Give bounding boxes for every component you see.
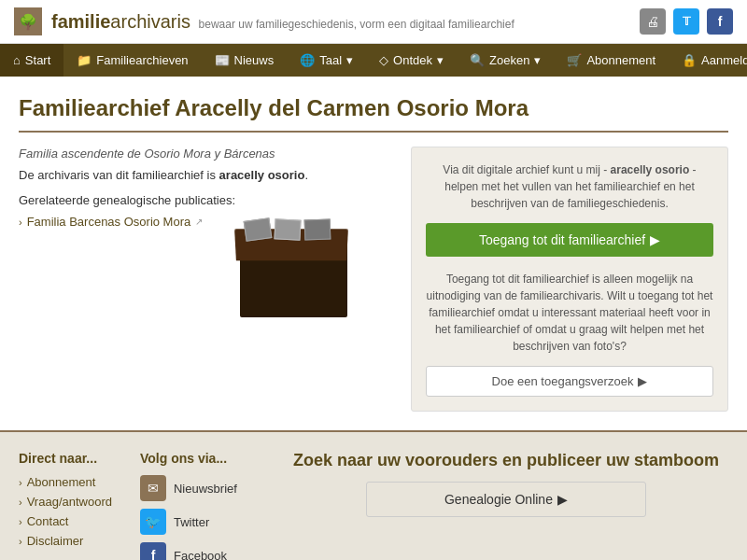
right-panel: Via dit digitale archief kunt u mij - ar… — [411, 147, 728, 412]
footer-link-disclaimer[interactable]: › Disclaimer — [19, 534, 112, 548]
print-icon[interactable]: 🖨 — [640, 8, 666, 35]
photo-3 — [304, 219, 331, 241]
facebook-header-icon[interactable]: f — [707, 8, 733, 35]
dropdown-icon-ontdek: ▾ — [437, 53, 444, 67]
footer-right: Zoek naar uw voorouders en publiceer uw … — [265, 451, 728, 517]
diamond-icon: ◇ — [379, 53, 388, 67]
logo-tagline: bewaar uw familiegeschiedenis, vorm een … — [199, 18, 514, 31]
header-icons: 🖨 𝕋 f — [640, 8, 733, 35]
chevron-right-icon: › — [19, 217, 22, 228]
footer-col-direct: Direct naar... › Abonnement › Vraag/antw… — [19, 451, 112, 553]
logo-text: familiearchivaris bewaar uw familiegesch… — [51, 11, 514, 33]
access-intro: Via dit digitale archief kunt u mij - ar… — [426, 161, 713, 212]
publication-link[interactable]: › Familia Barcenas Osorio Mora ↗ — [19, 215, 203, 229]
footer-link-abonnement[interactable]: › Abonnement — [19, 475, 112, 489]
nav-item-ontdek[interactable]: ◇ Ontdek ▾ — [366, 44, 457, 77]
nav-item-nieuws[interactable]: 📰 Nieuws — [202, 44, 288, 77]
footer: Direct naar... › Abonnement › Vraag/antw… — [0, 432, 747, 560]
volg-ons-title: Volg ons via... — [140, 451, 237, 466]
external-link-icon: ↗ — [195, 217, 203, 227]
twitter-header-icon[interactable]: 𝕋 — [673, 8, 699, 35]
news-icon: 📰 — [215, 53, 230, 67]
footer-link-vraag[interactable]: › Vraag/antwoord — [19, 495, 112, 509]
nav-right: 🌐 Taal ▾ ◇ Ontdek ▾ 🔍 Zoeken ▾ 🛒 Abonnem… — [287, 44, 747, 77]
nav-item-familiearchieven[interactable]: 📁 Familiearchieven — [63, 44, 201, 77]
publication-links: › Familia Barcenas Osorio Mora ↗ — [19, 215, 203, 229]
chevron-icon-2: › — [19, 497, 22, 508]
footer-slogan: Zoek naar uw voorouders en publiceer uw … — [293, 451, 719, 470]
access-info: Toegang tot dit familiearchief is alleen… — [426, 271, 713, 355]
photo-1 — [244, 217, 273, 242]
nav-item-abonnement[interactable]: 🛒 Abonnement — [554, 44, 669, 77]
social-nieuwsbrief[interactable]: ✉ Nieuwsbrief — [140, 475, 237, 501]
genealogie-button[interactable]: Genealogie Online ▶ — [366, 482, 646, 517]
nav-item-taal[interactable]: 🌐 Taal ▾ — [287, 44, 366, 77]
archivist-name: aracelly osorio — [219, 168, 305, 182]
top-header: 🌳 familiearchivaris bewaar uw familieges… — [0, 0, 747, 44]
logo-area: 🌳 familiearchivaris bewaar uw familieges… — [14, 7, 514, 35]
direct-naar-title: Direct naar... — [19, 451, 112, 466]
photos-in-box — [245, 219, 331, 240]
globe-icon: 🌐 — [300, 53, 315, 67]
nieuwsbrief-icon: ✉ — [140, 475, 166, 501]
main-content: Familiearchief Aracelly del Carmen Osori… — [0, 77, 747, 432]
archive-box — [235, 215, 357, 317]
logo-icon: 🌳 — [14, 7, 42, 35]
nav-item-start[interactable]: ⌂ Start — [0, 44, 63, 77]
publications-label: Gerelateerde genealogische publicaties: — [19, 193, 392, 207]
archive-image — [235, 215, 357, 317]
family-description: Familia ascendente de Osorio Mora y Bárc… — [19, 147, 392, 161]
archivist-text: De archivaris van dit familiearchief is … — [19, 168, 392, 182]
arrow-right-small-icon: ▶ — [638, 374, 647, 388]
left-panel: Familia ascendente de Osorio Mora y Bárc… — [19, 147, 392, 412]
page-title: Familiearchief Aracelly del Carmen Osori… — [19, 95, 728, 133]
chevron-icon-4: › — [19, 536, 22, 547]
nav-item-zoeken[interactable]: 🔍 Zoeken ▾ — [457, 44, 554, 77]
access-button[interactable]: Toegang tot dit familiearchief ▶ — [426, 223, 713, 257]
chevron-icon: › — [19, 477, 22, 488]
photo-2 — [275, 218, 302, 240]
dropdown-icon-zoeken: ▾ — [534, 53, 541, 67]
accent-name: aracelly osorio — [611, 163, 690, 176]
arrow-genealogie-icon: ▶ — [557, 492, 568, 507]
nav-item-aanmelden[interactable]: 🔒 Aanmelden ▾ — [669, 44, 747, 77]
search-icon: 🔍 — [470, 53, 485, 67]
social-twitter[interactable]: 🐦 Twitter — [140, 509, 237, 535]
dropdown-icon-taal: ▾ — [346, 53, 353, 67]
social-facebook[interactable]: f Facebook — [140, 542, 237, 560]
cart-icon: 🛒 — [567, 53, 582, 67]
footer-col-social: Volg ons via... ✉ Nieuwsbrief 🐦 Twitter … — [140, 451, 237, 560]
facebook-icon: f — [140, 542, 166, 560]
twitter-icon: 🐦 — [140, 509, 166, 535]
left-content-row: › Familia Barcenas Osorio Mora ↗ — [19, 215, 392, 317]
content-area: Familia ascendente de Osorio Mora y Bárc… — [19, 147, 728, 412]
request-button[interactable]: Doe een toegangsverzoek ▶ — [426, 366, 713, 397]
folder-icon: 📁 — [77, 53, 92, 67]
home-icon: ⌂ — [13, 53, 21, 67]
chevron-icon-3: › — [19, 516, 22, 527]
footer-link-contact[interactable]: › Contact — [19, 514, 112, 528]
arrow-right-icon: ▶ — [650, 232, 660, 247]
lock-icon: 🔒 — [682, 53, 697, 67]
main-nav: ⌂ Start 📁 Familiearchieven 📰 Nieuws 🌐 Ta… — [0, 44, 747, 77]
